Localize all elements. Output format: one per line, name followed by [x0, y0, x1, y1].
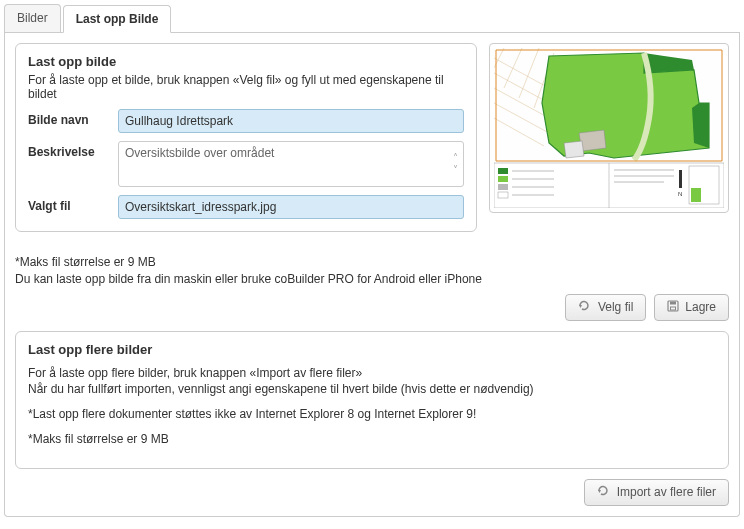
selected-file-input[interactable]: [118, 195, 464, 219]
save-button[interactable]: Lagre: [654, 294, 729, 321]
svg-marker-16: [679, 170, 682, 188]
upload-multi-title: Last opp flere bilder: [28, 342, 716, 357]
svg-rect-6: [498, 192, 508, 198]
svg-rect-34: [670, 301, 676, 304]
refresh-arrow-icon: [578, 300, 592, 315]
description-field-wrap: Oversiktsbilde over området ˄ ˅: [118, 141, 464, 187]
selected-file-label: Valgt fil: [28, 195, 118, 213]
textarea-scroll-arrows[interactable]: ˄ ˅: [447, 142, 463, 186]
save-disk-icon: [667, 300, 679, 315]
multi-ie-warning: *Last opp flere dokumenter støttes ikke …: [28, 406, 716, 423]
note-device-info: Du kan laste opp bilde fra din maskin el…: [15, 271, 729, 288]
choose-file-button[interactable]: Velg fil: [565, 294, 646, 321]
chevron-down-icon: ˅: [453, 165, 458, 175]
upload-panel: Last opp bilde For å laste opp et bilde,…: [4, 33, 740, 517]
upload-single-intro: For å laste opp et bilde, bruk knappen «…: [28, 73, 464, 101]
map-preview-svg: N: [494, 48, 724, 208]
svg-rect-15: [691, 188, 701, 202]
svg-marker-31: [564, 141, 584, 158]
import-multiple-button[interactable]: Import av flere filer: [584, 479, 729, 506]
svg-marker-29: [692, 103, 709, 148]
description-label: Beskrivelse: [28, 141, 118, 159]
svg-rect-3: [498, 168, 508, 174]
note-max-size: *Maks fil størrelse er 9 MB: [15, 254, 729, 271]
upload-single-box: Last opp bilde For å laste opp et bilde,…: [15, 43, 477, 232]
save-label: Lagre: [685, 300, 716, 314]
upload-notes: *Maks fil størrelse er 9 MB Du kan laste…: [15, 254, 729, 288]
image-name-label: Bilde navn: [28, 109, 118, 127]
image-name-input[interactable]: [118, 109, 464, 133]
svg-rect-4: [498, 176, 508, 182]
multi-line2: Når du har fullført importen, vennligst …: [28, 382, 534, 396]
multi-line1: For å laste opp flere bilder, bruk knapp…: [28, 366, 362, 380]
svg-marker-36: [598, 490, 601, 493]
multi-size-note: *Maks fil størrelse er 9 MB: [28, 431, 716, 448]
import-multiple-label: Import av flere filer: [617, 485, 716, 499]
upload-single-title: Last opp bilde: [28, 54, 464, 69]
upload-multi-box: Last opp flere bilder For å laste opp fl…: [15, 331, 729, 469]
choose-file-label: Velg fil: [598, 300, 633, 314]
svg-rect-5: [498, 184, 508, 190]
tab-strip: Bilder Last opp Bilde: [4, 4, 740, 33]
refresh-arrow-icon: [597, 485, 611, 500]
svg-text:N: N: [678, 191, 682, 197]
tab-upload-image[interactable]: Last opp Bilde: [63, 5, 172, 33]
chevron-up-icon: ˄: [453, 153, 458, 163]
svg-marker-32: [579, 305, 582, 308]
image-preview-thumbnail[interactable]: N: [489, 43, 729, 213]
svg-rect-35: [671, 307, 676, 310]
description-textarea[interactable]: Oversiktsbilde over området: [119, 142, 447, 186]
tab-images[interactable]: Bilder: [4, 4, 61, 32]
